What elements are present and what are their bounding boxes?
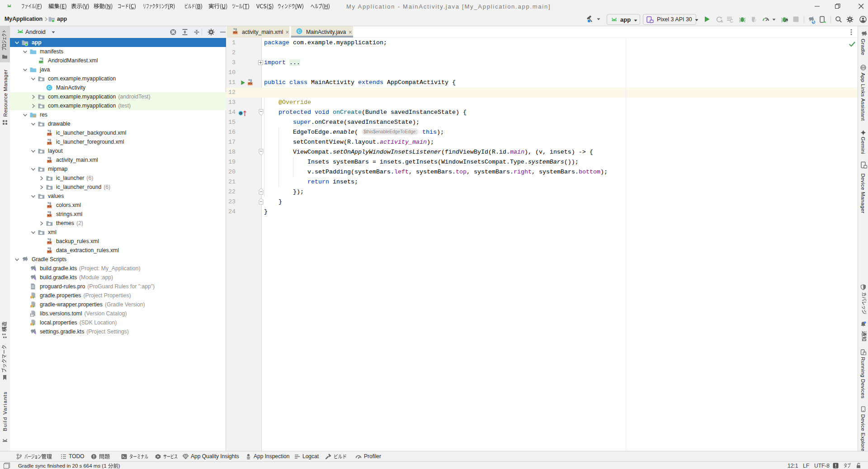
svg-text:<>: <>	[47, 142, 51, 145]
svg-text:<>: <>	[47, 205, 51, 208]
svg-text:<>: <>	[47, 160, 51, 163]
svg-text:<>: <>	[233, 31, 237, 34]
svg-text:<>: <>	[47, 133, 51, 136]
svg-text:<>: <>	[248, 82, 252, 85]
svg-text:<>: <>	[47, 250, 51, 253]
svg-text:A: A	[721, 20, 723, 23]
svg-text:<>: <>	[47, 214, 51, 217]
svg-text:[T]: [T]	[30, 314, 34, 317]
svg-text:<>: <>	[47, 241, 51, 244]
svg-text:C: C	[298, 28, 301, 33]
svg-text:MF: MF	[39, 60, 43, 63]
svg-text:C: C	[48, 85, 51, 90]
